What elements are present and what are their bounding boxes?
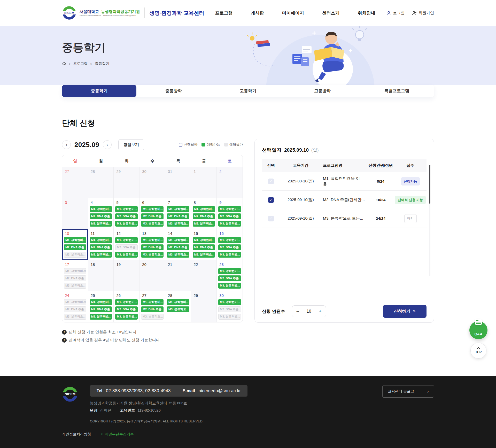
calendar-day-5[interactable]: 5M1. 광학현미...M2. DNA 추출...M3. 분류학으... (114, 198, 140, 229)
program-chip[interactable]: M2. DNA 추출... (90, 213, 112, 219)
calendar-day-20[interactable]: 20 (140, 260, 165, 291)
calendar-day-1[interactable]: 1 (191, 167, 217, 198)
breadcrumb-program[interactable]: 프로그램 (73, 61, 88, 66)
calendar-day-4[interactable]: 4M1. 광학현미...M2. DNA 추출...M3. 분류학으... (88, 198, 114, 229)
program-chip[interactable]: M2. DNA 추출... (167, 213, 189, 219)
program-chip[interactable]: M2. DNA 추출... (218, 275, 241, 281)
program-chip[interactable]: M1. 광학현미... (167, 299, 189, 305)
program-chip[interactable]: M1. 광학현미... (90, 299, 112, 305)
apply-button[interactable]: 신청하기 ✎ (383, 305, 427, 318)
login-link[interactable]: 로그인 (386, 11, 405, 16)
program-chip[interactable]: M3. 분류학으... (218, 252, 241, 258)
nav-item-0[interactable]: 프로그램 (215, 10, 233, 16)
program-chip[interactable]: M3. 분류학으... (115, 252, 138, 258)
row-checkbox[interactable]: ✓ (268, 216, 274, 221)
calendar-day-15[interactable]: 15M1. 광학현미...M2. DNA 추출...M3. 분류학으... (191, 229, 217, 260)
calendar-day-24[interactable]: 24M1. 광학현미경...M2. DNA 추출...M3. 분류학으... (62, 291, 88, 322)
program-chip[interactable]: M2. DNA 추출... (167, 244, 189, 250)
tab-3[interactable]: 고등방학 (285, 85, 360, 97)
calendar-day-31[interactable]: 31 (165, 167, 191, 198)
calendar-day-7[interactable]: 7M1. 광학현미...M2. DNA 추출...M3. 분류학으... (165, 198, 191, 229)
tab-2[interactable]: 고등학기 (211, 85, 285, 97)
calendar-day-30[interactable]: 30 (140, 167, 165, 198)
calendar-day-3[interactable]: 3 (62, 198, 88, 229)
tab-0[interactable]: 중등학기 (62, 85, 136, 97)
row-checkbox[interactable]: ✓ (268, 197, 274, 203)
calendar-day-28[interactable]: 28M1. 광학현미...M3. 분류학으... (165, 291, 191, 322)
program-chip[interactable]: M1. 광학현미경... (64, 268, 86, 274)
program-chip[interactable]: M2. DNA 추출... (218, 213, 241, 219)
program-chip[interactable]: M2. DNA 추출... (193, 213, 215, 219)
program-chip[interactable]: M3. 분류학으... (167, 306, 189, 312)
panel-scrollbar-thumb[interactable] (429, 165, 430, 204)
scroll-top-button[interactable]: TOP (470, 343, 486, 359)
blog-button[interactable]: 교육센터 블로그 › (382, 385, 434, 398)
program-chip[interactable]: M1. 광학현미... (218, 299, 241, 305)
program-chip[interactable]: M2. DNA 추출... (64, 244, 86, 250)
program-chip[interactable]: M1. 광학현미... (218, 206, 241, 212)
decrease-button[interactable]: − (296, 309, 299, 314)
calendar-day-23[interactable]: 23M1. 광학현미...M2. DNA 추출...M3. 분류학으... (217, 260, 243, 291)
program-chip[interactable]: M3. 분류학으... (218, 283, 241, 289)
program-chip[interactable]: M2. DNA 추출... (141, 213, 164, 219)
email-refusal-link[interactable]: 이메일무단수집거부 (101, 432, 134, 437)
program-chip[interactable]: M2. DNA 추출... (218, 306, 241, 312)
program-chip[interactable]: M2. DNA 추출... (115, 213, 138, 219)
program-chip[interactable]: M3. 분류학으... (90, 314, 112, 320)
calendar-day-25[interactable]: 25M1. 광학현미...M2. DNA 추출...M3. 분류학으... (88, 291, 114, 322)
program-chip[interactable]: M1. 광학현미... (193, 206, 215, 212)
calendar-day-22[interactable]: 22 (191, 260, 217, 291)
program-chip[interactable]: M1. 광학현미... (193, 237, 215, 243)
site-logo[interactable]: NICEM 서울대학교 농생명과학공동기기원 National Instrume… (62, 6, 204, 20)
program-chip[interactable]: M3. 분류학으... (167, 221, 189, 227)
program-chip[interactable]: M3. 분류학으... (64, 314, 86, 320)
tab-1[interactable]: 중등방학 (136, 85, 211, 97)
calendar-day-2[interactable]: 2 (217, 167, 243, 198)
program-chip[interactable]: M3. 분류학으... (193, 221, 215, 227)
program-chip[interactable]: M3. 분류학으... (90, 252, 112, 258)
program-chip[interactable]: M3. 분류학으... (218, 221, 241, 227)
program-chip[interactable]: M1. 광학현미... (167, 206, 189, 212)
program-chip[interactable]: M3. 분류학으... (64, 283, 86, 289)
program-chip[interactable]: M2. DNA 추출... (64, 306, 86, 312)
program-chip[interactable]: M1. 광학현미... (90, 237, 112, 243)
calendar-day-27[interactable]: 27 (62, 167, 88, 198)
calendar-day-21[interactable]: 21 (165, 260, 191, 291)
program-chip[interactable]: M1. 광학현미... (64, 237, 86, 243)
calendar-day-27[interactable]: 27M1. 광학현미...M2. DNA 추출...M3. 분류학으... (140, 291, 165, 322)
qna-floating-button[interactable]: Q&A (469, 321, 487, 339)
today-view-button[interactable]: 당일보기 (118, 139, 144, 150)
program-chip[interactable]: M3. 분류학으... (167, 252, 189, 258)
program-chip[interactable]: M2. DNA 추출... (90, 306, 112, 312)
calendar-day-8[interactable]: 8M1. 광학현미...M2. DNA 추출...M3. 분류학으... (191, 198, 217, 229)
calendar-day-28[interactable]: 28 (88, 167, 114, 198)
program-chip[interactable]: M1. 광학현미... (218, 237, 241, 243)
nav-item-2[interactable]: 마이페이지 (282, 10, 304, 16)
program-chip[interactable]: M1. 광학현미... (141, 206, 164, 212)
program-chip[interactable]: M3. 분류학으... (193, 252, 215, 258)
program-chip[interactable]: M2. DNA 추출... (193, 244, 215, 250)
program-chip[interactable]: M1. 광학현미... (141, 299, 164, 305)
program-chip[interactable]: M3. 분류학으... (141, 314, 164, 320)
program-chip[interactable]: M3. 분류학으... (115, 314, 138, 320)
calendar-day-19[interactable]: 19 (114, 260, 140, 291)
home-icon[interactable] (62, 62, 66, 66)
program-chip[interactable]: M1. 광학현미... (90, 206, 112, 212)
program-chip[interactable]: M2. DNA 추출... (141, 244, 164, 250)
tab-4[interactable]: 특별프로그램 (360, 85, 434, 97)
privacy-policy-link[interactable]: 개인정보처리방침 (62, 432, 91, 437)
program-chip[interactable]: M1. 광학현미경... (64, 299, 86, 305)
calendar-day-18[interactable]: 18 (88, 260, 114, 291)
increase-button[interactable]: + (319, 309, 322, 314)
calendar-day-9[interactable]: 9M1. 광학현미...M2. DNA 추출...M3. 분류학으... (217, 198, 243, 229)
calendar-day-29[interactable]: 29 (114, 167, 140, 198)
calendar-day-17[interactable]: 17M1. 광학현미경...M2. DNA 추출...M3. 분류학으... (62, 260, 88, 291)
program-chip[interactable]: M2. DNA 추출... (115, 244, 138, 250)
program-chip[interactable]: M1. 광학현미... (141, 237, 164, 243)
nav-item-4[interactable]: 위치안내 (358, 10, 375, 16)
calendar-day-11[interactable]: 11M1. 광학현미...M2. DNA 추출...M3. 분류학으... (88, 229, 114, 260)
program-chip[interactable]: M1. 광학현미... (115, 299, 138, 305)
program-chip[interactable]: M1. 광학현미... (115, 206, 138, 212)
program-chip[interactable]: M3. 분류학으... (90, 221, 112, 227)
calendar-day-13[interactable]: 13M1. 광학현미...M2. DNA 추출...M3. 분류학으... (140, 229, 165, 260)
